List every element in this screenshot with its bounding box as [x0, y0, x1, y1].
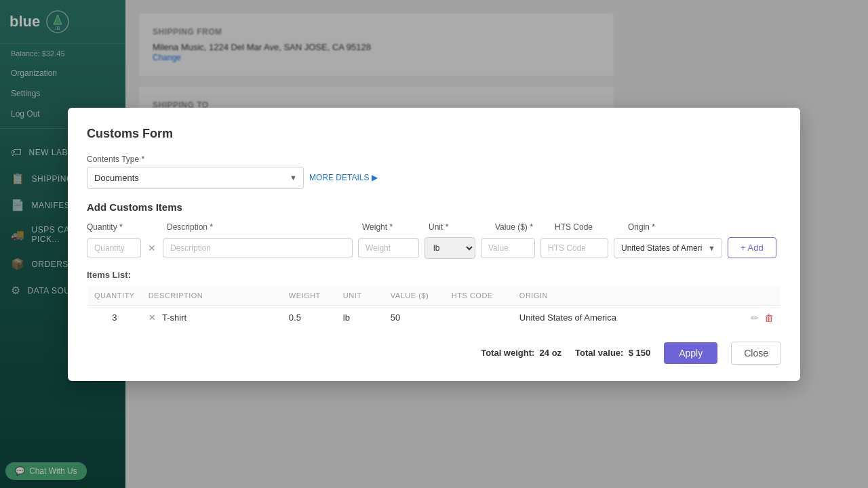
close-button[interactable]: Close — [731, 342, 781, 365]
item-hts — [445, 305, 513, 330]
description-input[interactable] — [163, 238, 353, 258]
items-table: QUANTITY DESCRIPTION WEIGHT UNIT VALUE (… — [87, 285, 781, 331]
quantity-input[interactable] — [87, 238, 141, 258]
weight-input[interactable] — [358, 238, 419, 258]
item-delete-button[interactable]: 🗑 — [764, 312, 774, 323]
hts-col-header: HTS Code — [555, 222, 623, 235]
total-value-display: Total value: $ 150 — [575, 348, 650, 358]
more-details-chevron-icon: ▶ — [372, 173, 378, 182]
item-description: ✕ T-shirt — [142, 305, 282, 330]
th-description: DESCRIPTION — [142, 285, 282, 305]
contents-type-label: Contents Type * — [87, 155, 781, 164]
unit-select[interactable]: lb oz kg g — [425, 237, 475, 259]
unit-col-header: Unit * — [429, 222, 490, 235]
th-weight: WEIGHT — [282, 285, 336, 305]
item-weight: 0.5 — [282, 305, 336, 330]
th-value: VALUE ($) — [384, 285, 445, 305]
modal-footer: Total weight: 24 oz Total value: $ 150 A… — [87, 342, 781, 365]
th-actions — [741, 285, 781, 305]
item-origin: United States of America — [513, 305, 741, 330]
th-origin: ORIGIN — [513, 285, 741, 305]
modal-overlay: Customs Form Contents Type * Documents ▼… — [0, 0, 868, 488]
add-item-button[interactable]: + Add — [728, 237, 776, 258]
item-unit: lb — [336, 305, 384, 330]
items-list-label: Items List: — [87, 270, 781, 280]
origin-select[interactable]: United States of America — [614, 238, 722, 258]
th-quantity: QUANTITY — [87, 285, 142, 305]
item-quantity: 3 — [87, 305, 142, 330]
contents-type-select[interactable]: Documents — [87, 167, 304, 189]
contents-type-select-wrapper: Documents ▼ — [87, 167, 304, 189]
unit-select-wrapper: lb oz kg g — [425, 237, 475, 259]
item-value: 50 — [384, 305, 445, 330]
item-clear-icon[interactable]: ✕ — [149, 312, 156, 323]
apply-button[interactable]: Apply — [664, 342, 717, 364]
quantity-col-header: Quantity * — [87, 222, 141, 235]
item-edit-button[interactable]: ✏ — [751, 312, 759, 323]
item-actions-cell: ✏ 🗑 — [741, 305, 781, 330]
value-col-header: Value ($) * — [495, 222, 549, 235]
th-unit: UNIT — [336, 285, 384, 305]
origin-select-wrapper: United States of America ▼ — [614, 238, 722, 258]
modal-title: Customs Form — [87, 127, 781, 141]
origin-col-header: Origin * — [628, 222, 736, 235]
th-hts: HTS CODE — [445, 285, 513, 305]
weight-col-header: Weight * — [362, 222, 423, 235]
customs-form-modal: Customs Form Contents Type * Documents ▼… — [68, 108, 800, 381]
add-customs-items-label: Add Customs Items — [87, 201, 781, 213]
description-col-header: Description * — [167, 222, 357, 235]
add-item-form-row: ✕ lb oz kg g United States of America ▼ … — [87, 237, 781, 259]
hts-code-input[interactable] — [540, 238, 608, 258]
value-input[interactable] — [481, 238, 535, 258]
quantity-clear-button[interactable]: ✕ — [146, 243, 157, 253]
more-details-button[interactable]: MORE DETAILS ▶ — [309, 173, 378, 182]
table-row: 3 ✕ T-shirt 0.5 lb 50 United States of A… — [87, 305, 781, 330]
total-weight-display: Total weight: 24 oz — [481, 348, 561, 358]
